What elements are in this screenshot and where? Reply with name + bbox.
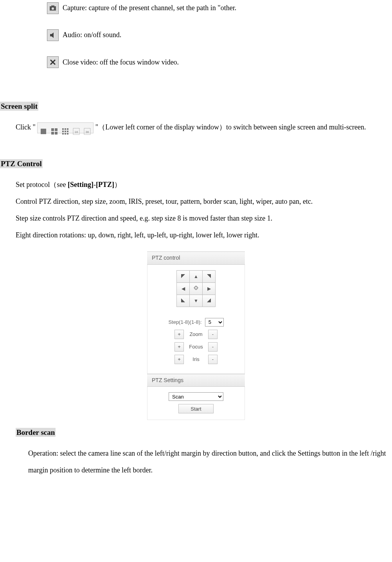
- zoom-label: Zoom: [187, 331, 205, 338]
- ptz-settings-title: PTZ Settings: [147, 374, 245, 387]
- start-button[interactable]: Start: [178, 404, 214, 413]
- focus-plus[interactable]: +: [174, 342, 184, 352]
- audio-text: Audio: on/off sound.: [63, 27, 121, 43]
- screen-split-before: Click ": [16, 123, 37, 131]
- svg-rect-18: [65, 133, 66, 135]
- close-video-text: Close video: off the focus window video.: [63, 54, 179, 70]
- iris-label: Iris: [187, 356, 205, 363]
- step-select[interactable]: 5: [205, 318, 224, 327]
- dpad-upright[interactable]: [203, 271, 216, 283]
- svg-marker-25: [207, 274, 211, 278]
- svg-marker-3: [50, 32, 54, 38]
- scan-select[interactable]: Scan: [169, 392, 223, 401]
- step-label: Step(1-8)(1-8):: [168, 319, 201, 326]
- split-36-icon[interactable]: 36: [84, 124, 91, 131]
- dpad-left[interactable]: ◀: [177, 283, 190, 295]
- svg-rect-15: [65, 131, 66, 132]
- split-16-icon[interactable]: 16: [73, 124, 80, 131]
- ptz-dpad: ▲ ◀ ▶ ▼: [176, 270, 216, 307]
- ptz-line3: Step size controls PTZ direction and spe…: [16, 210, 392, 227]
- ptz-line1e: ）: [114, 181, 121, 189]
- border-scan-heading: Border scan: [16, 428, 56, 437]
- svg-rect-17: [62, 133, 64, 135]
- ptz-line1d: [PTZ]: [96, 181, 114, 189]
- ptz-control-heading: PTZ Control: [0, 159, 43, 168]
- dpad-right[interactable]: ▶: [203, 283, 216, 295]
- iris-plus[interactable]: +: [174, 355, 184, 364]
- svg-rect-19: [67, 133, 68, 135]
- svg-rect-11: [62, 128, 64, 130]
- split-toolbar: 16 36: [37, 122, 94, 133]
- svg-rect-10: [55, 132, 58, 135]
- ptz-line2: Control PTZ direction, step size, zoom, …: [16, 193, 392, 210]
- svg-rect-9: [51, 132, 54, 135]
- ptz-line1b: [Setting]: [68, 181, 94, 189]
- svg-marker-31: [181, 298, 185, 302]
- svg-rect-7: [51, 128, 54, 131]
- svg-text:16: 16: [75, 130, 78, 134]
- capture-text: Capture: capture of the present channel,…: [63, 0, 236, 16]
- svg-rect-6: [41, 129, 46, 134]
- dpad-up[interactable]: ▲: [190, 271, 203, 283]
- svg-rect-8: [55, 128, 58, 131]
- close-video-icon: [47, 56, 59, 68]
- focus-minus[interactable]: -: [208, 342, 218, 352]
- ptz-panel-title: PTZ control: [147, 251, 245, 265]
- svg-rect-12: [65, 128, 66, 130]
- svg-rect-16: [67, 131, 68, 132]
- zoom-plus[interactable]: +: [174, 330, 184, 339]
- zoom-minus[interactable]: -: [208, 330, 218, 339]
- svg-rect-14: [62, 131, 64, 132]
- svg-marker-24: [181, 274, 185, 278]
- capture-icon: [47, 2, 59, 14]
- audio-icon: [47, 29, 59, 41]
- dpad-upleft[interactable]: [177, 271, 190, 283]
- ptz-panel: PTZ control ▲ ◀ ▶ ▼: [147, 251, 245, 420]
- dpad-down[interactable]: ▼: [190, 295, 203, 307]
- iris-minus[interactable]: -: [208, 355, 218, 364]
- ptz-line4: Eight direction rotations: up, down, rig…: [16, 227, 392, 244]
- svg-rect-1: [51, 5, 54, 7]
- dpad-downright[interactable]: [203, 295, 216, 307]
- dpad-center[interactable]: [190, 283, 203, 295]
- split-9-icon[interactable]: [62, 124, 69, 131]
- svg-rect-26: [195, 287, 197, 289]
- screen-split-after: "（Lower left corner of the display windo…: [95, 123, 366, 131]
- split-4-icon[interactable]: [51, 124, 58, 131]
- svg-point-2: [52, 7, 54, 10]
- svg-text:36: 36: [86, 130, 89, 134]
- focus-label: Focus: [187, 343, 205, 350]
- svg-rect-13: [67, 128, 68, 130]
- border-scan-text: Operation: select the camera line scan o…: [28, 445, 392, 479]
- screen-split-heading: Screen split: [0, 102, 38, 111]
- dpad-downleft[interactable]: [177, 295, 190, 307]
- split-1-icon[interactable]: [40, 124, 47, 131]
- svg-marker-32: [207, 298, 211, 302]
- ptz-line1a: Set protocol（see: [16, 181, 68, 189]
